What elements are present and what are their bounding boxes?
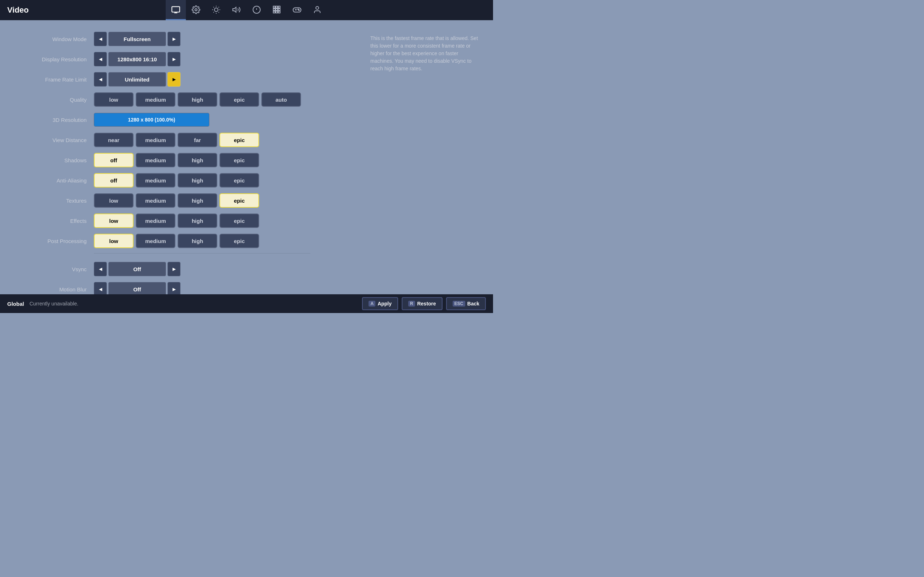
svg-rect-0	[172, 6, 180, 12]
frame-rate-label: Frame Rate Limit	[15, 76, 94, 82]
textures-buttons: low medium high epic	[94, 193, 259, 208]
anti-aliasing-buttons: off medium high epic	[94, 173, 259, 187]
svg-rect-26	[293, 8, 301, 12]
bottom-bar: Global Currently unavailable. A Apply R …	[0, 294, 493, 313]
apply-key: A	[368, 301, 375, 306]
display-resolution-next[interactable]: ▶	[168, 52, 181, 66]
textures-high[interactable]: high	[178, 193, 217, 208]
view-distance-buttons: near medium far epic	[94, 133, 259, 147]
display-resolution-prev[interactable]: ◀	[94, 52, 107, 66]
frame-rate-next[interactable]: ▶	[168, 72, 181, 87]
textures-epic[interactable]: epic	[220, 193, 259, 208]
effects-high[interactable]: high	[178, 213, 217, 228]
separator	[94, 253, 310, 256]
textures-low[interactable]: low	[94, 193, 134, 208]
post-processing-epic[interactable]: epic	[220, 234, 259, 248]
nav-settings[interactable]	[186, 0, 206, 20]
svg-line-11	[213, 12, 214, 12]
anti-aliasing-epic[interactable]: epic	[220, 173, 259, 187]
page-title: Video	[0, 5, 29, 15]
shadows-off[interactable]: off	[94, 153, 134, 167]
vsync-prev[interactable]: ◀	[94, 262, 107, 276]
quality-row: Quality low medium high epic auto	[15, 92, 356, 108]
quality-auto[interactable]: auto	[261, 92, 301, 107]
quality-medium[interactable]: medium	[136, 92, 175, 107]
vsync-control: ◀ Off ▶	[94, 262, 181, 276]
nav-controller[interactable]	[287, 0, 307, 20]
svg-marker-13	[233, 7, 236, 12]
shadows-label: Shadows	[15, 157, 94, 163]
resolution-3d-bar: 1280 x 800 (100.0%)	[94, 113, 209, 127]
top-bar: Video	[0, 0, 493, 20]
vsync-next[interactable]: ▶	[168, 262, 181, 276]
quality-low[interactable]: low	[94, 92, 134, 107]
motion-blur-label: Motion Blur	[15, 286, 94, 292]
svg-rect-22	[278, 9, 280, 10]
resolution-3d-row: 3D Resolution 1280 x 800 (100.0%)	[15, 112, 356, 128]
effects-low[interactable]: low	[94, 213, 134, 228]
nav-audio[interactable]	[226, 0, 247, 20]
nav-brightness[interactable]	[206, 0, 226, 20]
window-mode-value: Fullscreen	[108, 32, 166, 46]
view-distance-row: View Distance near medium far epic	[15, 132, 356, 148]
svg-line-8	[218, 12, 219, 12]
view-distance-epic[interactable]: epic	[220, 133, 259, 147]
shadows-medium[interactable]: medium	[136, 153, 175, 167]
view-distance-far[interactable]: far	[178, 133, 217, 147]
restore-key: R	[408, 301, 415, 306]
post-processing-medium[interactable]: medium	[136, 234, 175, 248]
top-nav	[166, 0, 327, 20]
nav-network[interactable]	[267, 0, 287, 20]
bottom-actions: A Apply R Restore ESC Back	[362, 297, 486, 310]
quality-label: Quality	[15, 97, 94, 103]
view-distance-near[interactable]: near	[94, 133, 134, 147]
svg-rect-24	[276, 11, 278, 13]
vsync-row: Vsync ◀ Off ▶	[15, 261, 356, 277]
apply-button[interactable]: A Apply	[362, 297, 398, 310]
textures-label: Textures	[15, 198, 94, 204]
post-processing-low[interactable]: low	[94, 234, 134, 248]
vsync-value: Off	[108, 262, 166, 276]
window-mode-row: Window Mode ◀ Fullscreen ▶	[15, 31, 356, 47]
anti-aliasing-off[interactable]: off	[94, 173, 134, 187]
effects-medium[interactable]: medium	[136, 213, 175, 228]
effects-buttons: low medium high epic	[94, 213, 259, 228]
frame-rate-control: ◀ Unlimited ▶	[94, 72, 181, 87]
shadows-buttons: off medium high epic	[94, 153, 259, 167]
post-processing-high[interactable]: high	[178, 234, 217, 248]
window-mode-next[interactable]: ▶	[168, 32, 181, 46]
restore-button[interactable]: R Restore	[402, 297, 443, 310]
svg-rect-23	[273, 11, 275, 13]
window-mode-prev[interactable]: ◀	[94, 32, 107, 46]
shadows-row: Shadows off medium high epic	[15, 152, 356, 168]
anti-aliasing-medium[interactable]: medium	[136, 173, 175, 187]
status-text: Currently unavailable.	[30, 301, 78, 306]
back-button[interactable]: ESC Back	[446, 297, 486, 310]
frame-rate-prev[interactable]: ◀	[94, 72, 107, 87]
shadows-high[interactable]: high	[178, 153, 217, 167]
apply-label: Apply	[378, 301, 392, 306]
effects-epic[interactable]: epic	[220, 213, 259, 228]
svg-rect-25	[278, 11, 280, 13]
svg-point-4	[215, 8, 218, 11]
anti-aliasing-high[interactable]: high	[178, 173, 217, 187]
textures-medium[interactable]: medium	[136, 193, 175, 208]
quality-high[interactable]: high	[178, 92, 217, 107]
settings-panel: Window Mode ◀ Fullscreen ▶ Display Resol…	[15, 31, 356, 284]
window-mode-label: Window Mode	[15, 36, 94, 42]
anti-aliasing-label: Anti-Aliasing	[15, 177, 94, 184]
back-label: Back	[467, 301, 479, 306]
view-distance-medium[interactable]: medium	[136, 133, 175, 147]
svg-rect-21	[276, 9, 278, 10]
info-panel: This is the fastest frame rate that is a…	[356, 31, 478, 284]
quality-epic[interactable]: epic	[220, 92, 259, 107]
post-processing-buttons: low medium high epic	[94, 234, 259, 248]
display-resolution-value: 1280x800 16:10	[108, 52, 166, 66]
display-resolution-control: ◀ 1280x800 16:10 ▶	[94, 52, 181, 66]
svg-rect-17	[273, 6, 275, 8]
nav-accessibility[interactable]	[247, 0, 267, 20]
shadows-epic[interactable]: epic	[220, 153, 259, 167]
nav-video[interactable]	[166, 0, 186, 20]
nav-account[interactable]	[307, 0, 327, 20]
frame-rate-row: Frame Rate Limit ◀ Unlimited ▶	[15, 71, 356, 87]
